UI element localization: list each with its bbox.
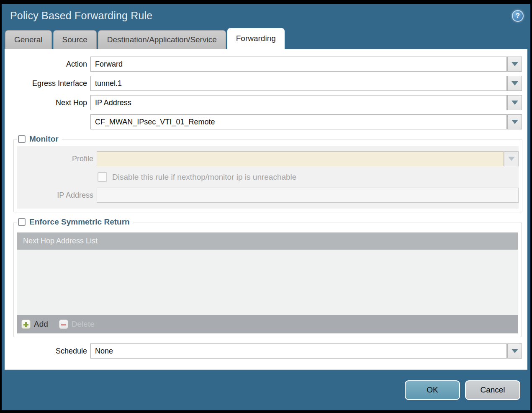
- chevron-down-icon: [511, 81, 518, 85]
- action-dropdown-button[interactable]: [507, 57, 522, 72]
- egress-interface-row: Egress Interface tunnel.1: [5, 76, 527, 91]
- monitor-ip-label: IP Address: [17, 191, 93, 200]
- next-hop-select[interactable]: IP Address: [90, 95, 507, 110]
- next-hop-dropdown-button[interactable]: [507, 95, 522, 110]
- monitor-section: Monitor Profile Disable: [13, 134, 522, 212]
- disable-rule-label: Disable this rule if nexthop/monitor ip …: [112, 173, 296, 182]
- pbf-rule-dialog: Policy Based Forwarding Rule ? General S…: [0, 0, 532, 413]
- table-toolbar: Add Delete: [17, 315, 518, 333]
- table-header: Next Hop Address List: [17, 232, 518, 250]
- tab-general[interactable]: General: [5, 30, 52, 49]
- delete-button: Delete: [59, 320, 95, 329]
- egress-interface-dropdown-button[interactable]: [507, 76, 522, 91]
- disable-rule-row: Disable this rule if nexthop/monitor ip …: [98, 172, 519, 182]
- monitor-title: Monitor: [29, 134, 59, 144]
- monitor-ip-input: [97, 188, 519, 203]
- profile-dropdown-button: [504, 151, 519, 166]
- chevron-down-icon: [511, 349, 518, 353]
- tab-destination-application-service[interactable]: Destination/Application/Service: [98, 30, 226, 49]
- schedule-select[interactable]: None: [90, 343, 507, 359]
- next-hop-address-table: Next Hop Address List Add Delete: [17, 232, 518, 333]
- add-button[interactable]: Add: [21, 320, 48, 329]
- monitor-ip-row: IP Address: [17, 188, 519, 203]
- help-icon[interactable]: ?: [512, 10, 524, 22]
- action-select[interactable]: Forward: [90, 57, 507, 72]
- action-value: Forward: [95, 60, 123, 69]
- cancel-button[interactable]: Cancel: [465, 380, 520, 400]
- tab-source[interactable]: Source: [53, 30, 97, 49]
- tab-forwarding[interactable]: Forwarding: [227, 28, 285, 49]
- profile-row: Profile: [17, 151, 519, 166]
- schedule-label: Schedule: [5, 347, 87, 356]
- next-hop-address-row: CF_MWAN_IPsec_VTI_01_Remote: [5, 114, 527, 129]
- schedule-value: None: [95, 347, 113, 356]
- next-hop-row: Next Hop IP Address: [5, 95, 527, 110]
- chevron-down-icon: [511, 120, 518, 124]
- add-button-label: Add: [34, 320, 48, 329]
- egress-interface-label: Egress Interface: [5, 79, 87, 88]
- schedule-dropdown-button[interactable]: [507, 343, 522, 359]
- symmetric-return-title: Enforce Symmetric Return: [29, 217, 130, 227]
- next-hop-address-value: CF_MWAN_IPsec_VTI_01_Remote: [95, 118, 215, 126]
- page-title: Policy Based Forwarding Rule: [10, 10, 152, 22]
- ok-button[interactable]: OK: [405, 380, 460, 400]
- next-hop-address-select[interactable]: CF_MWAN_IPsec_VTI_01_Remote: [90, 114, 507, 129]
- tab-bar: General Source Destination/Application/S…: [2, 28, 530, 49]
- action-combobox: Forward: [90, 57, 522, 72]
- next-hop-value: IP Address: [95, 98, 131, 107]
- schedule-combobox: None: [90, 343, 522, 359]
- monitor-panel: Profile Disable this rule if nexthop/mon…: [17, 146, 519, 209]
- disable-rule-checkbox: [98, 172, 107, 182]
- egress-interface-select[interactable]: tunnel.1: [90, 76, 507, 91]
- title-bar: Policy Based Forwarding Rule ?: [2, 4, 530, 28]
- forwarding-tab-panel: Action Forward Egress Interface tunnel.1: [5, 49, 527, 370]
- next-hop-address-dropdown-button[interactable]: [507, 114, 522, 129]
- monitor-legend: Monitor: [17, 134, 62, 144]
- plus-icon: [21, 320, 31, 329]
- help-glyph: ?: [516, 12, 520, 20]
- minus-icon: [59, 320, 68, 329]
- next-hop-combobox: IP Address: [90, 95, 522, 110]
- action-row: Action Forward: [5, 57, 527, 72]
- egress-interface-value: tunnel.1: [95, 79, 122, 88]
- delete-button-label: Delete: [72, 320, 95, 329]
- action-label: Action: [5, 60, 87, 69]
- egress-interface-combobox: tunnel.1: [90, 76, 522, 91]
- next-hop-address-list[interactable]: [17, 250, 518, 315]
- profile-combobox: [97, 151, 519, 166]
- symmetric-return-checkbox[interactable]: [18, 218, 26, 226]
- monitor-checkbox[interactable]: [18, 135, 26, 143]
- chevron-down-icon: [511, 101, 518, 105]
- symmetric-return-legend: Enforce Symmetric Return: [17, 217, 133, 227]
- profile-select: [97, 151, 504, 166]
- dialog-footer: OK Cancel: [2, 370, 530, 410]
- next-hop-address-combobox: CF_MWAN_IPsec_VTI_01_Remote: [90, 114, 522, 129]
- profile-label: Profile: [17, 155, 93, 163]
- chevron-down-icon: [508, 157, 515, 161]
- symmetric-return-section: Enforce Symmetric Return Next Hop Addres…: [13, 217, 522, 337]
- chevron-down-icon: [511, 62, 518, 66]
- schedule-row: Schedule None: [5, 343, 527, 359]
- next-hop-label: Next Hop: [5, 98, 87, 107]
